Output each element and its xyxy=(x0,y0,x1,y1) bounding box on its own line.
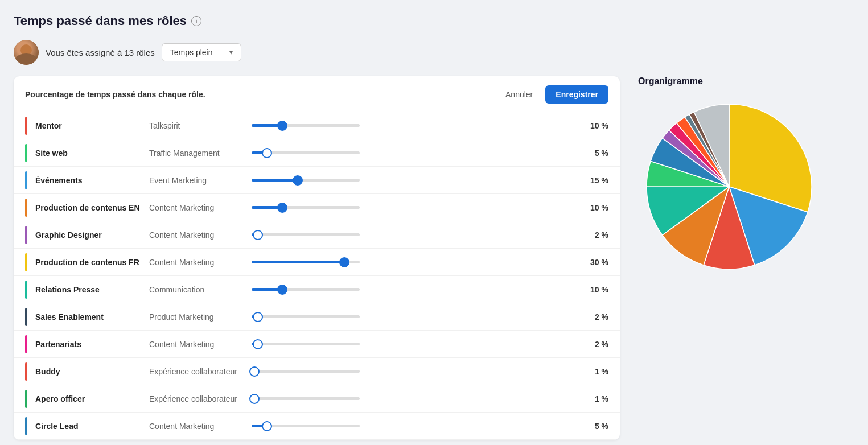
role-name: Apero officer xyxy=(35,394,149,403)
table-row: Circle Lead Content Marketing 5 % xyxy=(14,413,620,440)
role-dept: Content Marketing xyxy=(149,340,246,349)
slider-container xyxy=(246,233,580,236)
slider-track[interactable] xyxy=(252,179,360,182)
role-color-bar xyxy=(25,199,27,217)
role-name: Sales Enablement xyxy=(35,312,149,322)
role-dept: Content Marketing xyxy=(149,258,246,267)
user-label: Vous êtes assigné à 13 rôles xyxy=(46,48,155,57)
pie-chart-svg xyxy=(638,96,820,278)
role-percentage: 1 % xyxy=(580,394,608,403)
role-percentage: 2 % xyxy=(580,230,608,240)
table-row: Buddy Expérience collaborateur 1 % xyxy=(14,358,620,385)
right-panel: Organigramme xyxy=(638,76,854,440)
role-name: Circle Lead xyxy=(35,422,149,431)
role-dept: Expérience collaborateur xyxy=(149,394,246,403)
role-dept: Content Marketing xyxy=(149,203,246,212)
role-percentage: 15 % xyxy=(580,176,608,185)
role-percentage: 2 % xyxy=(580,340,608,349)
slider-thumb[interactable] xyxy=(277,121,287,131)
role-percentage: 1 % xyxy=(580,367,608,376)
role-dept: Talkspirit xyxy=(149,121,246,130)
slider-thumb[interactable] xyxy=(253,230,263,240)
role-color-bar xyxy=(25,144,27,162)
chevron-down-icon: ▾ xyxy=(229,48,233,56)
table-row: Site web Traffic Management 5 % xyxy=(14,139,620,167)
role-name: Événements xyxy=(35,176,149,185)
info-icon[interactable]: i xyxy=(191,16,201,26)
role-color-bar xyxy=(25,281,27,299)
pie-chart xyxy=(638,96,820,278)
role-color-bar xyxy=(25,117,27,135)
role-percentage: 10 % xyxy=(580,285,608,294)
role-dept: Expérience collaborateur xyxy=(149,367,246,376)
slider-track[interactable] xyxy=(252,370,360,373)
table-row: Production de contenus FR Content Market… xyxy=(14,249,620,276)
role-percentage: 5 % xyxy=(580,422,608,431)
role-name: Mentor xyxy=(35,121,149,130)
avatar xyxy=(14,40,39,65)
dropdown-label: Temps plein xyxy=(170,48,213,57)
table-row: Mentor Talkspirit 10 % xyxy=(14,112,620,139)
role-color-bar xyxy=(25,390,27,408)
role-name: Production de contenus FR xyxy=(35,258,149,267)
slider-thumb[interactable] xyxy=(253,312,263,322)
slider-track[interactable] xyxy=(252,397,360,400)
left-panel: Pourcentage de temps passé dans chaque r… xyxy=(14,76,620,440)
table-row: Partenariats Content Marketing 2 % xyxy=(14,331,620,358)
table-row: Événements Event Marketing 15 % xyxy=(14,167,620,194)
table-row: Relations Presse Communication 10 % xyxy=(14,276,620,303)
table-row: Production de contenus EN Content Market… xyxy=(14,194,620,221)
slider-track[interactable] xyxy=(252,233,360,236)
role-color-bar xyxy=(25,417,27,435)
header-actions: Annuler Enregistrer xyxy=(499,85,608,104)
slider-container xyxy=(246,397,580,400)
slider-track[interactable] xyxy=(252,425,360,427)
role-percentage: 5 % xyxy=(580,149,608,158)
cancel-button[interactable]: Annuler xyxy=(499,86,540,103)
slider-thumb[interactable] xyxy=(249,394,260,404)
orgchart-title: Organigramme xyxy=(638,76,854,86)
slider-track[interactable] xyxy=(252,343,360,345)
role-dept: Communication xyxy=(149,285,246,294)
slider-track[interactable] xyxy=(252,124,360,127)
slider-thumb[interactable] xyxy=(249,366,260,377)
role-name: Buddy xyxy=(35,367,149,376)
time-type-dropdown[interactable]: Temps plein ▾ xyxy=(162,43,241,61)
slider-track[interactable] xyxy=(252,288,360,291)
slider-track[interactable] xyxy=(252,315,360,318)
role-percentage: 2 % xyxy=(580,312,608,322)
role-color-bar xyxy=(25,335,27,353)
slider-track[interactable] xyxy=(252,261,360,263)
slider-fill xyxy=(252,261,344,263)
slider-track[interactable] xyxy=(252,151,360,154)
main-layout: Pourcentage de temps passé dans chaque r… xyxy=(14,76,854,440)
role-color-bar xyxy=(25,253,27,271)
save-button[interactable]: Enregistrer xyxy=(545,85,608,104)
slider-thumb[interactable] xyxy=(253,339,263,349)
slider-container xyxy=(246,288,580,291)
slider-thumb[interactable] xyxy=(293,175,303,186)
user-row: Vous êtes assigné à 13 rôles Temps plein… xyxy=(14,40,854,65)
panel-subtitle: Pourcentage de temps passé dans chaque r… xyxy=(25,90,205,99)
slider-thumb[interactable] xyxy=(262,148,272,158)
role-name: Partenariats xyxy=(35,340,149,349)
slider-container xyxy=(246,124,580,127)
table-row: Graphic Designer Content Marketing 2 % xyxy=(14,221,620,249)
role-dept: Traffic Management xyxy=(149,149,246,158)
slider-track[interactable] xyxy=(252,206,360,209)
slider-container xyxy=(246,151,580,154)
slider-container xyxy=(246,206,580,209)
role-name: Production de contenus EN xyxy=(35,203,149,212)
role-percentage: 30 % xyxy=(580,258,608,267)
role-color-bar xyxy=(25,308,27,326)
slider-thumb[interactable] xyxy=(262,421,272,431)
role-percentage: 10 % xyxy=(580,121,608,130)
table-row: Apero officer Expérience collaborateur 1… xyxy=(14,385,620,413)
slider-thumb[interactable] xyxy=(277,203,287,213)
role-name: Site web xyxy=(35,149,149,158)
table-row: Sales Enablement Product Marketing 2 % xyxy=(14,303,620,331)
role-name: Relations Presse xyxy=(35,285,149,294)
slider-thumb[interactable] xyxy=(339,257,349,267)
role-dept: Content Marketing xyxy=(149,422,246,431)
slider-thumb[interactable] xyxy=(277,285,287,295)
